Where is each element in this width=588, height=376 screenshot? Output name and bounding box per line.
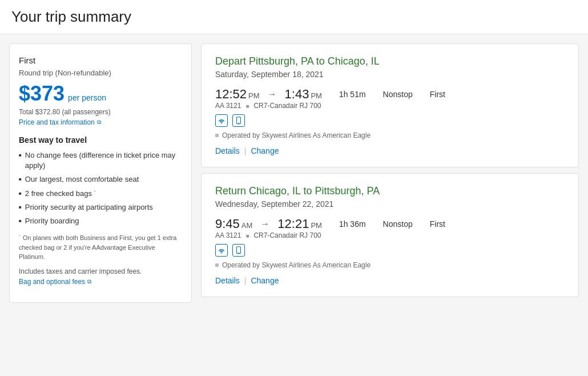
dot-sep-1: ■ bbox=[245, 233, 249, 239]
arrow-icon-1: → bbox=[260, 219, 269, 229]
flight-info-right-0: 1h 51m Nonstop First bbox=[339, 90, 445, 99]
stop-type-0: Nonstop bbox=[383, 90, 413, 99]
price-tax-link[interactable]: Price and tax information ⧉ bbox=[19, 118, 182, 126]
flight-details-row-0: AA 3121 ■ CR7-Canadair RJ 700 bbox=[215, 102, 565, 110]
mobile-icon-0 bbox=[232, 114, 245, 127]
actions-row-1: Details | Change bbox=[215, 276, 565, 285]
details-link-0[interactable]: Details bbox=[215, 146, 240, 155]
operated-by-0: Operated by Skywest Airlines As American… bbox=[215, 131, 565, 139]
external-link-icon: ⧉ bbox=[97, 119, 101, 126]
page-title: Your trip summary bbox=[11, 8, 577, 26]
bag-link-icon: ⧉ bbox=[87, 278, 91, 285]
details-link-1[interactable]: Details bbox=[215, 276, 240, 285]
includes-text: Includes taxes and carrier imposed fees. bbox=[19, 267, 182, 275]
main-content: First Round trip (Non-refundable) $373 p… bbox=[0, 34, 588, 312]
stop-type-1: Nonstop bbox=[383, 219, 413, 229]
depart-time-1: 9:45 AM bbox=[215, 217, 252, 231]
cabin-class-label: First bbox=[19, 55, 182, 65]
right-panel: Depart Pittsburgh, PA to Chicago, IL Sat… bbox=[201, 43, 579, 303]
wifi-icon-0 bbox=[215, 114, 228, 127]
arrive-time-0: 1:43 PM bbox=[285, 87, 322, 102]
amenities-row-1 bbox=[215, 244, 565, 257]
duration-1: 1h 36m bbox=[339, 219, 366, 229]
dot-sep-0: ■ bbox=[245, 103, 249, 109]
flight-times-row-0: 12:52 PM → 1:43 PM 1h 51m Nonstop First bbox=[215, 87, 565, 102]
benefits-list: No change fees (difference in ticket pri… bbox=[19, 150, 182, 226]
flight-times-row-1: 9:45 AM → 12:21 PM 1h 36m Nonstop First bbox=[215, 217, 565, 231]
action-sep-1: | bbox=[244, 276, 247, 285]
page-header: Your trip summary bbox=[0, 0, 588, 34]
flight-date-0: Saturday, September 18, 2021 bbox=[215, 70, 565, 79]
flight-number-0: AA 3121 bbox=[215, 102, 241, 110]
benefit-item: No change fees (difference in ticket pri… bbox=[19, 150, 182, 171]
flight-route-title-1: Return Chicago, IL to Pittsburgh, PA bbox=[215, 185, 565, 197]
benefit-item: Our largest, most comfortable seat bbox=[19, 174, 182, 185]
plane-type-1: CR7-Canadair RJ 700 bbox=[253, 231, 321, 239]
price-amount: $373 bbox=[19, 82, 65, 106]
wifi-icon-1 bbox=[215, 244, 228, 257]
benefit-item: 2 free checked bags ˙ bbox=[19, 189, 182, 199]
total-price: Total $372.80 (all passengers) bbox=[19, 108, 182, 116]
svg-point-3 bbox=[238, 253, 239, 253]
actions-row-0: Details | Change bbox=[215, 146, 565, 155]
depart-time-0: 12:52 PM bbox=[215, 87, 260, 102]
duration-0: 1h 51m bbox=[339, 90, 366, 99]
footnote: ˙ On planes with both Business and First… bbox=[19, 233, 182, 262]
bag-optional-fees-link[interactable]: Bag and optional fees ⧉ bbox=[19, 278, 182, 286]
operated-by-1: Operated by Skywest Airlines As American… bbox=[215, 261, 565, 269]
best-way-title: Best way to travel bbox=[19, 135, 182, 145]
svg-point-1 bbox=[238, 123, 239, 123]
action-sep-0: | bbox=[244, 146, 247, 155]
cabin-type-1: First bbox=[430, 219, 445, 229]
flight-date-1: Wednesday, September 22, 2021 bbox=[215, 199, 565, 209]
mobile-icon-1 bbox=[232, 244, 245, 257]
price-row: $373 per person bbox=[19, 82, 182, 106]
benefit-item: Priority boarding bbox=[19, 216, 182, 226]
benefit-item: Priority security at participating airpo… bbox=[19, 202, 182, 213]
arrow-icon-0: → bbox=[268, 89, 277, 99]
change-link-1[interactable]: Change bbox=[251, 276, 279, 285]
arrive-time-1: 12:21 PM bbox=[277, 217, 322, 231]
trip-type-label: Round trip (Non-refundable) bbox=[19, 69, 182, 77]
flight-card-1: Return Chicago, IL to Pittsburgh, PA Wed… bbox=[201, 173, 579, 297]
left-panel: First Round trip (Non-refundable) $373 p… bbox=[9, 43, 192, 303]
flight-number-1: AA 3121 bbox=[215, 231, 241, 239]
amenities-row-0 bbox=[215, 114, 565, 127]
flight-info-right-1: 1h 36m Nonstop First bbox=[339, 219, 445, 229]
flight-route-title-0: Depart Pittsburgh, PA to Chicago, IL bbox=[215, 55, 565, 67]
plane-type-0: CR7-Canadair RJ 700 bbox=[253, 102, 321, 110]
cabin-type-0: First bbox=[430, 90, 445, 99]
price-per-person: per person bbox=[68, 93, 106, 102]
flight-details-row-1: AA 3121 ■ CR7-Canadair RJ 700 bbox=[215, 231, 565, 239]
change-link-0[interactable]: Change bbox=[251, 146, 279, 155]
flight-card-0: Depart Pittsburgh, PA to Chicago, IL Sat… bbox=[201, 43, 579, 167]
